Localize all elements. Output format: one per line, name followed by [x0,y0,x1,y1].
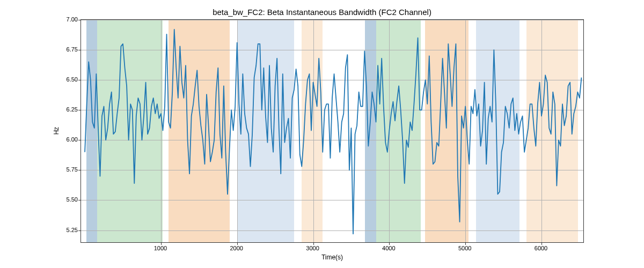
plot-area [80,19,584,243]
x-tick-label: 5000 [458,245,471,251]
chart-container: beta_bw_FC2: Beta Instantaneous Bandwidt… [0,0,644,268]
y-tick-label: 5.50 [56,196,78,203]
y-tick-label: 6.00 [56,136,78,143]
y-axis-label: Hz [53,127,60,135]
y-tick-label: 6.25 [56,106,78,113]
y-tick-label: 7.00 [56,16,78,23]
x-tick-label: 6000 [535,245,547,251]
x-tick-label: 3000 [306,245,319,251]
x-axis-label: Time(s) [321,254,343,261]
x-tick-label: 2000 [230,245,243,251]
x-tick-label: 4000 [382,245,395,251]
x-tick-label: 1000 [154,245,167,251]
data-line [81,20,583,242]
y-tick-label: 6.75 [56,46,78,53]
series-line [85,29,581,234]
y-tick-label: 5.25 [56,227,78,233]
chart-title: beta_bw_FC2: Beta Instantaneous Bandwidt… [0,8,644,17]
y-tick-label: 6.50 [56,76,78,83]
y-tick-label: 5.75 [56,166,78,173]
